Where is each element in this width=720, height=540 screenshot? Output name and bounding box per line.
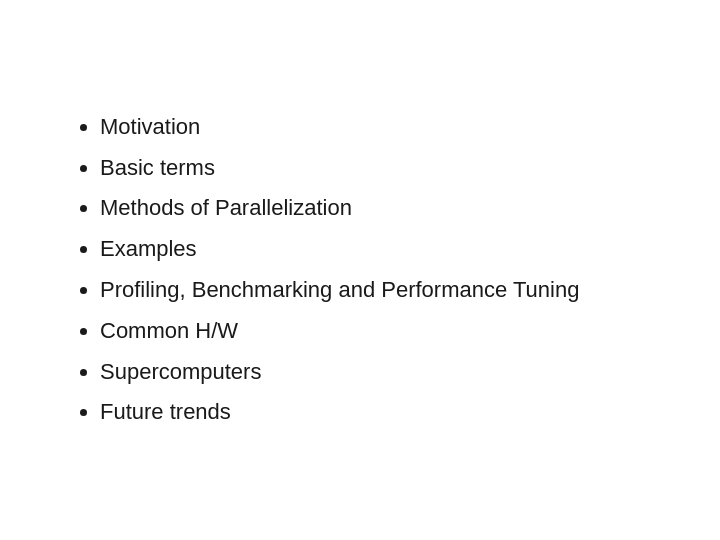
list-item-label: Examples (100, 236, 197, 261)
list-item-label: Future trends (100, 399, 231, 424)
list-item-label: Motivation (100, 114, 200, 139)
list-item-label: Profiling, Benchmarking and Performance … (100, 277, 579, 302)
content-area: Motivation Basic terms Methods of Parall… (0, 0, 720, 540)
list-item-label: Methods of Parallelization (100, 195, 352, 220)
list-item: Common H/W (100, 316, 579, 347)
list-item: Methods of Parallelization (100, 193, 579, 224)
list-item: Examples (100, 234, 579, 265)
list-item: Profiling, Benchmarking and Performance … (100, 275, 579, 306)
list-item: Motivation (100, 112, 579, 143)
list-item: Future trends (100, 397, 579, 428)
topics-list: Motivation Basic terms Methods of Parall… (60, 112, 579, 428)
list-item-label: Common H/W (100, 318, 238, 343)
list-item-label: Basic terms (100, 155, 215, 180)
list-item: Basic terms (100, 153, 579, 184)
list-item-label: Supercomputers (100, 359, 261, 384)
list-item: Supercomputers (100, 357, 579, 388)
